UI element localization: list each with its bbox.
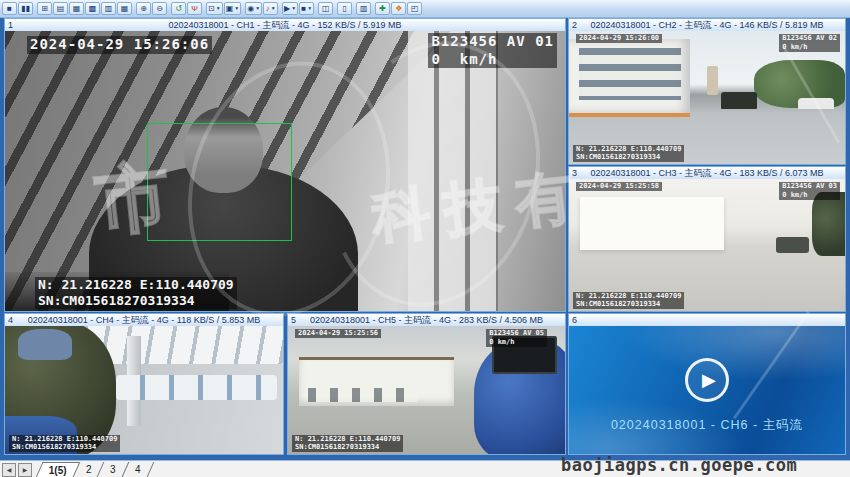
- grid-16-button[interactable]: ▦: [117, 2, 132, 15]
- panel-number: 3: [572, 167, 577, 179]
- trees: [812, 192, 845, 255]
- rotate-button[interactable]: ↺: [171, 2, 186, 15]
- zoom-in-icon: ⊕: [140, 5, 147, 13]
- single-view-button[interactable]: ■: [2, 2, 17, 15]
- tab-label: 4: [135, 462, 141, 477]
- osd-speed: 0 km/h: [489, 338, 544, 347]
- osd-gps-block: N: 21.216228 E:110.440709SN:CM0156182703…: [292, 435, 403, 453]
- osd-gps-block: N: 21.216228 E:110.440709SN:CM0156182703…: [573, 145, 684, 163]
- osd-gps: N: 21.216228 E:110.440709: [576, 292, 681, 301]
- grid-8-button[interactable]: ▦: [69, 2, 84, 15]
- video-frame: 2024-04-29 15:25:58 B123456 AV 030 km/h …: [569, 179, 845, 311]
- zoom-in-button[interactable]: ⊕: [136, 2, 151, 15]
- osd-gps-block: N: 21.216228 E:110.440709SN:CM0156182703…: [9, 435, 120, 453]
- zoom-out-button[interactable]: ⊖: [152, 2, 167, 15]
- parked-car: [798, 98, 834, 110]
- panel-header: 2 020240318001 - CH2 - 主码流 - 4G - 146 KB…: [569, 19, 845, 31]
- tab-label: 2: [86, 462, 92, 477]
- audio-button[interactable]: ♪▼: [263, 2, 278, 15]
- osd-vehicle-block: B123456 AV 050 km/h: [486, 329, 547, 347]
- osd-plate: B123456 AV 05: [489, 329, 544, 338]
- tab-scroll-right-button[interactable]: ▶: [18, 463, 32, 477]
- color-button[interactable]: ❖: [391, 2, 406, 15]
- play-icon: ▶: [702, 369, 716, 391]
- osd-plate: B123456 AV 01: [431, 33, 554, 51]
- grid-4-button[interactable]: ⊞: [37, 2, 52, 15]
- monitor-icon: ⊡: [208, 5, 215, 13]
- face-detection-box: [147, 123, 292, 241]
- layout-button[interactable]: ▣▼: [224, 2, 242, 15]
- grid-9-icon: ▩: [89, 5, 97, 13]
- video-frame: 2024-04-29 15:26:06 B123456 AV 010 km/h …: [5, 31, 565, 311]
- osd-speed: 0 km/h: [431, 51, 554, 69]
- video-panel-ch5[interactable]: 5 020240318001 - CH5 - 主码流 - 4G - 283 KB…: [287, 313, 566, 455]
- grid-6-button[interactable]: ▤: [53, 2, 68, 15]
- layout-icon: ▣: [226, 5, 234, 13]
- grid-4-icon: ⊞: [41, 5, 48, 13]
- pause-button[interactable]: ▮▮: [18, 2, 33, 15]
- video-panel-ch4[interactable]: 4 020240318001 - CH4 - 主码流 - 4G - 118 KB…: [4, 313, 284, 455]
- page-tabs: 1(5) 2 3 4: [40, 462, 150, 477]
- microphone-icon: Ψ: [191, 5, 198, 13]
- osd-gps: N: 21.216228 E:110.440709: [38, 277, 234, 293]
- osd-timestamp: 2024-04-29 15:26:00: [576, 34, 662, 43]
- grid-6-icon: ▤: [57, 5, 65, 13]
- osd-vehicle-block: B123456 AV 010 km/h: [428, 33, 557, 68]
- osd-plate: B123456 AV 02: [782, 34, 837, 43]
- panel-title: 020240318001 - CH3 - 主码流 - 4G - 183 KB/S…: [590, 168, 823, 178]
- bus-row: [116, 375, 277, 401]
- grid-16-icon: ▦: [121, 5, 129, 13]
- pause-icon: ▮▮: [21, 5, 30, 13]
- monitor-button[interactable]: ⊡▼: [206, 2, 223, 15]
- building: [299, 357, 454, 406]
- rotate-icon: ↺: [175, 5, 182, 13]
- camera-icon: ◉: [247, 5, 254, 13]
- video-panel-ch1[interactable]: 1 020240318001 - CH1 - 主码流 - 4G - 152 KB…: [4, 18, 566, 312]
- building: [569, 39, 690, 117]
- play-stream-button[interactable]: ▶: [685, 358, 729, 402]
- stop-icon: ■: [301, 5, 306, 13]
- snapshot-button[interactable]: ◉▼: [245, 2, 262, 15]
- panel-header: 6: [569, 314, 845, 326]
- white-wall: [580, 197, 724, 250]
- panel-header: 4 020240318001 - CH4 - 主码流 - 4G - 118 KB…: [5, 314, 283, 326]
- osd-gps: N: 21.216228 E:110.440709: [576, 145, 681, 154]
- play-stream-button[interactable]: ▶▼: [282, 2, 298, 15]
- dropdown-arrow-icon: ▼: [255, 6, 260, 11]
- osd-speed: 0 km/h: [782, 43, 837, 52]
- panel-number: 1: [8, 19, 13, 31]
- talk-button[interactable]: Ψ: [187, 2, 202, 15]
- zoom-out-icon: ⊖: [156, 5, 163, 13]
- fullscreen-button[interactable]: ◰: [407, 2, 422, 15]
- tab-label: 3: [110, 462, 116, 477]
- panel-title: 020240318001 - CH4 - 主码流 - 4G - 118 KB/S…: [28, 315, 260, 325]
- panel-header: 1 020240318001 - CH1 - 主码流 - 4G - 152 KB…: [5, 19, 565, 31]
- osd-gps-block: N: 21.216228 E:110.440709SN:CM0156182703…: [573, 292, 684, 310]
- panel-number: 4: [8, 314, 13, 326]
- save-button[interactable]: ◫: [318, 2, 333, 15]
- osd-timestamp: 2024-04-29 15:25:58: [576, 182, 662, 191]
- log-button[interactable]: ▯: [337, 2, 352, 15]
- grid-13-button[interactable]: ▥: [101, 2, 116, 15]
- main-toolbar: ■ ▮▮ ⊞ ▤ ▦ ▩ ▥ ▦ ⊕ ⊖ ↺ Ψ ⊡▼ ▣▼ ◉▼ ♪▼ ▶▼ …: [0, 0, 850, 18]
- tab-scroll-left-button[interactable]: ◀: [2, 463, 16, 477]
- osd-speed: 0 km/h: [782, 191, 837, 200]
- connect-button[interactable]: ✚: [375, 2, 390, 15]
- dropdown-arrow-icon: ▼: [234, 6, 239, 11]
- video-panel-ch3[interactable]: 3 020240318001 - CH3 - 主码流 - 4G - 183 KB…: [568, 166, 846, 312]
- grid-9-button[interactable]: ▩: [85, 2, 100, 15]
- stop-stream-button[interactable]: ■▼: [299, 2, 314, 15]
- tab-page-4[interactable]: 4: [122, 462, 154, 477]
- delete-button[interactable]: ▥: [356, 2, 371, 15]
- osd-timestamp: 2024-04-29 15:26:06: [27, 36, 212, 54]
- video-panel-ch6[interactable]: 6 ▶ 020240318001 - CH6 - 主码流: [568, 313, 846, 455]
- dropdown-arrow-icon: ▼: [216, 6, 221, 11]
- panel-header: 3 020240318001 - CH3 - 主码流 - 4G - 183 KB…: [569, 167, 845, 179]
- video-panel-ch2[interactable]: 2 020240318001 - CH2 - 主码流 - 4G - 146 KB…: [568, 18, 846, 165]
- panel-number: 2: [572, 19, 577, 31]
- page-tab-bar: ◀ ▶ 1(5) 2 3 4: [0, 460, 850, 477]
- osd-plate: B123456 AV 03: [782, 182, 837, 191]
- tab-label: 1(5): [49, 463, 67, 477]
- video-frame: N: 21.216228 E:110.440709SN:CM0156182703…: [5, 326, 283, 454]
- grid-13-icon: ▥: [105, 5, 113, 13]
